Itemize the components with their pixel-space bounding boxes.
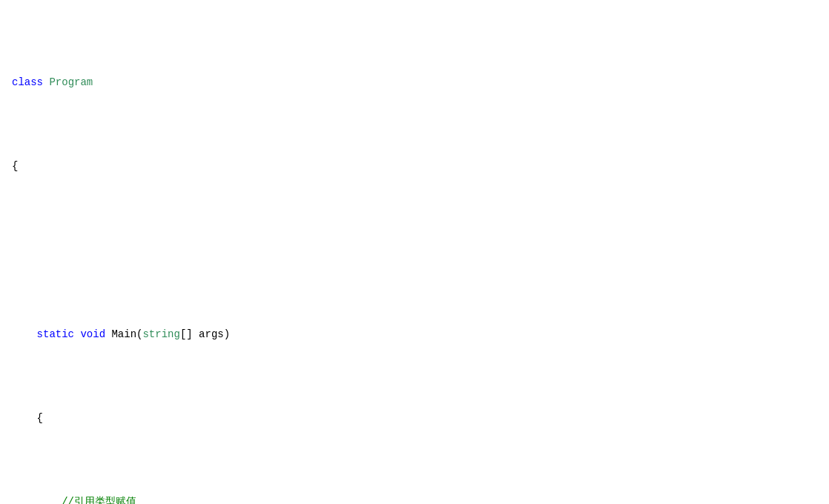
code-content: class Program { static void Main(string[… [12,7,817,504]
type-string: string [142,328,179,340]
code-editor: class Program { static void Main(string[… [0,0,829,504]
code-line-2: { [12,158,817,176]
brace-open: { [12,160,18,172]
code-line-4: static void Main(string[] args) [12,326,817,344]
keyword-static: static [37,328,74,340]
keyword-void: void [80,328,105,340]
code-line-5: { [12,410,817,428]
keyword-class: class [12,76,43,88]
code-line-6: //引用类型赋值 [12,494,817,504]
class-program: Program [49,76,93,88]
comment-ref-assign: //引用类型赋值 [62,496,136,504]
indent-4 [12,328,37,340]
code-line-3 [12,242,817,259]
code-line-1: class Program [12,74,817,92]
